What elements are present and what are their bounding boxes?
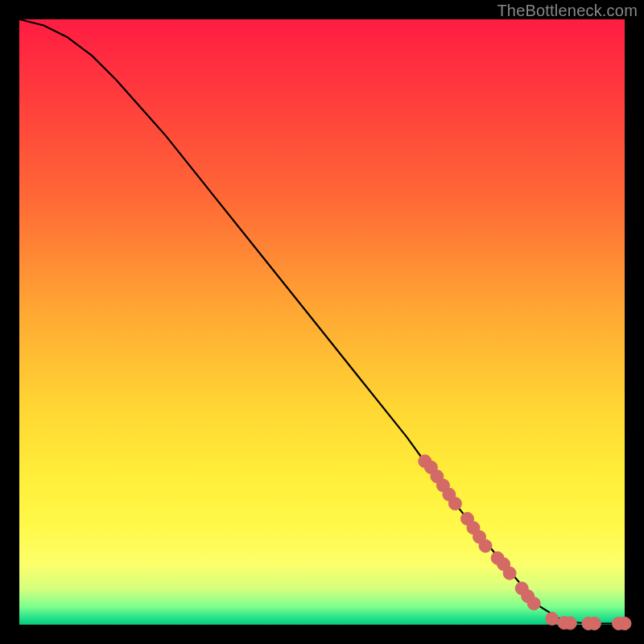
attribution-label: TheBottleneck.com	[497, 2, 638, 20]
curve-marker	[588, 617, 601, 630]
curve-marker	[546, 613, 559, 625]
curve-marker	[564, 617, 576, 630]
curve-marker	[618, 617, 631, 630]
curve-markers	[419, 455, 631, 630]
bottleneck-curve	[19, 19, 625, 624]
chart-frame: TheBottleneck.com	[0, 0, 644, 644]
curve-marker	[527, 597, 540, 610]
curve-marker	[448, 497, 461, 510]
curve-marker	[479, 539, 492, 552]
chart-overlay	[19, 19, 625, 625]
curve-marker	[503, 567, 516, 580]
